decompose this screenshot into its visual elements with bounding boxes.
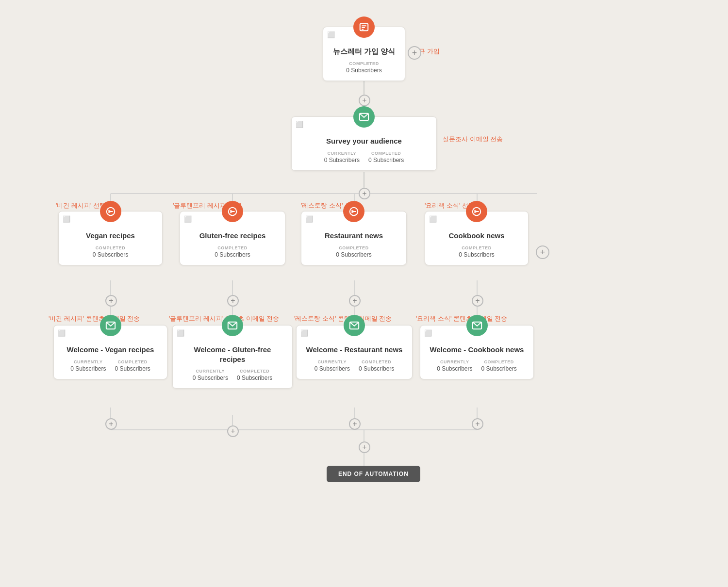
vegan-stats: COMPLETED 0 Subscribers [66,245,154,258]
survey-stat-comp-label: COMPLETED [371,151,401,156]
wv-icon-area [100,315,121,336]
wr-title: Welcome - Restaurant news [304,345,404,355]
vegan-stat-completed: COMPLETED 0 Subscribers [93,245,128,258]
plus-btn-wc[interactable]: + [472,418,483,430]
vegan-icon [100,201,121,222]
survey-doc-icon: ⬜ [296,121,303,128]
connectors-svg [0,0,728,587]
wv-title: Welcome - Vegan recipes [62,345,159,355]
vegan-doc-icon: ⬜ [63,215,70,223]
restaurant-stats: COMPLETED 0 Subscribers [309,245,398,258]
welcome-restaurant-node: ⬜ Welcome - Restaurant news CURRENTLY 0 … [296,325,413,379]
cookbook-icon [466,201,487,222]
wg-stats: CURRENTLY 0 Subscribers COMPLETED 0 Subs… [181,369,284,381]
cookbook-node: ⬜ Cookbook news COMPLETED 0 Subscribers [425,211,529,265]
survey-stat-cur-label: CURRENTLY [328,151,357,156]
welcome-vegan-node: ⬜ Welcome - Vegan recipes CURRENTLY 0 Su… [53,325,167,379]
form-stat-completed: COMPLETED 0 Subscribers [346,61,381,74]
vegan-title: Vegan recipes [66,231,154,241]
wv-side-label: '비건 레시피' 콘텐츠 이메일 전송 [49,314,140,323]
cookbook-icon-area [466,201,487,222]
gluten-stat-completed: COMPLETED 0 Subscribers [215,245,250,258]
plus-btn-gluten[interactable]: + [227,295,239,307]
form-stat-completed-value: 0 Subscribers [346,67,381,74]
wc-side-label: '요리책 소식' 콘텐츠 이메일 전송 [416,314,507,323]
plus-btn-vegan[interactable]: + [105,295,117,307]
wc-icon [466,315,488,336]
gluten-icon [222,201,243,222]
wv-stat-currently: CURRENTLY 0 Subscribers [70,359,106,372]
wv-stat-completed: COMPLETED 0 Subscribers [115,359,150,372]
wr-icon-area [344,315,365,336]
survey-stat-currently: CURRENTLY 0 Subscribers [324,151,360,163]
wg-stat-currently: CURRENTLY 0 Subscribers [193,369,228,381]
form-icon-area [353,16,375,38]
welcome-cookbook-node: ⬜ Welcome - Cookbook news CURRENTLY 0 Su… [420,325,534,379]
restaurant-doc-icon: ⬜ [305,215,313,223]
gluten-stats: COMPLETED 0 Subscribers [188,245,277,258]
wc-icon-area [466,315,488,336]
wr-side-label: '레스토랑 소식' 콘텐츠 이메일 전송 [294,314,392,323]
cookbook-doc-icon: ⬜ [429,215,437,223]
wg-doc-icon: ⬜ [177,329,184,337]
wr-stat-completed: COMPLETED 0 Subscribers [359,359,394,372]
form-icon [353,16,375,38]
automation-canvas: ⬜ 뉴스레터 가입 양식 COMPLETED 0 Subscribers 신규 … [0,0,728,587]
wg-icon-area [222,315,243,336]
add-branch-btn[interactable]: + [408,46,421,60]
end-automation-btn[interactable]: END OF AUTOMATION [327,466,420,482]
survey-title: Survey your audience [299,136,429,146]
plus-btn-1[interactable]: + [359,95,370,106]
add-branch-btn-2[interactable]: + [536,245,549,259]
survey-stat-completed: COMPLETED 0 Subscribers [368,151,404,163]
form-stat-completed-label: COMPLETED [349,61,379,66]
wv-icon [100,315,121,336]
plus-btn-wr[interactable]: + [349,418,361,430]
survey-icon [353,106,375,128]
gluten-icon-area [222,201,243,222]
wg-title: Welcome - Gluten-free recipes [181,345,284,364]
wr-stat-currently: CURRENTLY 0 Subscribers [314,359,350,372]
wv-stats: CURRENTLY 0 Subscribers COMPLETED 0 Subs… [62,359,159,372]
wr-icon [344,315,365,336]
plus-btn-bottom[interactable]: + [359,441,370,453]
wg-icon [222,315,243,336]
cookbook-stat-completed: COMPLETED 0 Subscribers [459,245,494,258]
vegan-node: ⬜ Vegan recipes COMPLETED 0 Subscribers [58,211,163,265]
restaurant-node: ⬜ Restaurant news COMPLETED 0 Subscriber… [301,211,407,265]
wc-title: Welcome - Cookbook news [428,345,526,355]
wc-stat-currently: CURRENTLY 0 Subscribers [437,359,472,372]
wr-stats: CURRENTLY 0 Subscribers COMPLETED 0 Subs… [304,359,404,372]
survey-stat-cur-value: 0 Subscribers [324,157,360,163]
survey-stats: CURRENTLY 0 Subscribers COMPLETED 0 Subs… [299,151,429,163]
plus-btn-wg[interactable]: + [227,425,239,437]
vegan-side-label: '비건 레시피' 선택 [56,201,106,210]
plus-btn-cookbook[interactable]: + [472,295,483,307]
vegan-icon-area [100,201,121,222]
gluten-title: Gluten-free recipes [188,231,277,241]
survey-icon-area [353,106,375,128]
restaurant-icon [343,201,364,222]
survey-stat-comp-value: 0 Subscribers [368,157,404,163]
plus-btn-wv[interactable]: + [105,418,117,430]
plus-btn-2[interactable]: + [359,188,370,199]
wv-doc-icon: ⬜ [58,329,66,337]
wc-doc-icon: ⬜ [424,329,432,337]
welcome-gluten-node: ⬜ Welcome - Gluten-free recipes CURRENTL… [172,325,293,389]
gluten-node: ⬜ Gluten-free recipes COMPLETED 0 Subscr… [180,211,285,265]
form-doc-icon: ⬜ [327,31,335,38]
restaurant-title: Restaurant news [309,231,398,241]
cookbook-title: Cookbook news [433,231,520,241]
wc-stats: CURRENTLY 0 Subscribers COMPLETED 0 Subs… [428,359,526,372]
wc-stat-completed: COMPLETED 0 Subscribers [481,359,517,372]
form-title: 뉴스레터 가입 양식 [331,47,397,56]
wr-doc-icon: ⬜ [300,329,308,337]
gluten-doc-icon: ⬜ [184,215,192,223]
form-stats: COMPLETED 0 Subscribers [331,61,397,74]
survey-side-label: 설문조사 이메일 전송 [443,135,503,144]
restaurant-stat-completed: COMPLETED 0 Subscribers [336,245,371,258]
form-node: ⬜ 뉴스레터 가입 양식 COMPLETED 0 Subscribers [323,27,405,81]
survey-node: ⬜ Survey your audience CURRENTLY 0 Subsc… [291,116,437,171]
plus-btn-restaurant[interactable]: + [349,295,361,307]
wg-stat-completed: COMPLETED 0 Subscribers [237,369,272,381]
